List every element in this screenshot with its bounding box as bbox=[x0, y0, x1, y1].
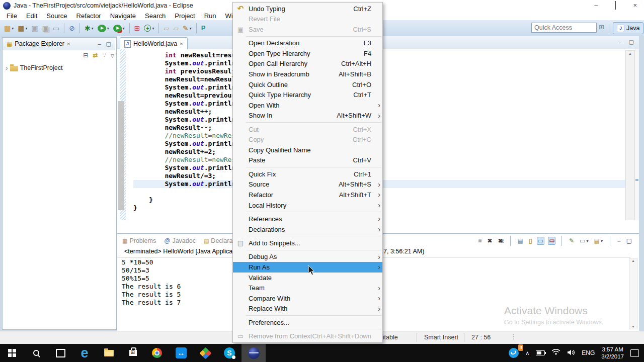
pinwheel-app-button[interactable] bbox=[193, 344, 217, 362]
problems-tab[interactable]: Problems bbox=[122, 237, 156, 244]
context-menu-item-declarations[interactable]: Declarations› bbox=[233, 224, 382, 235]
run-icon[interactable]: ▾ bbox=[96, 24, 111, 33]
minimize-view-icon[interactable]: – bbox=[98, 41, 101, 47]
pin-console-icon[interactable] bbox=[568, 237, 575, 245]
editor-vertical-scrollbar[interactable]: ▲ ▼ bbox=[625, 50, 635, 220]
context-menu-item-quick-fix[interactable]: Quick FixCtrl+1 bbox=[233, 169, 382, 179]
editor-scrollbar-thumb[interactable] bbox=[118, 101, 124, 210]
context-menu-item-debug-as[interactable]: Debug As› bbox=[233, 252, 382, 262]
context-menu-item-source[interactable]: SourceAlt+Shift+S› bbox=[233, 179, 382, 190]
file-explorer-button[interactable] bbox=[97, 344, 121, 362]
menu-item-run[interactable]: Run bbox=[200, 12, 221, 20]
mark-occurrences-icon[interactable] bbox=[67, 23, 76, 33]
link-with-editor-icon[interactable] bbox=[93, 52, 98, 59]
javadoc-tab[interactable]: Javadoc bbox=[164, 237, 196, 244]
dropdown-arrow-icon[interactable]: ▾ bbox=[107, 26, 109, 31]
plugin-icon[interactable] bbox=[200, 23, 207, 33]
menu-item-edit[interactable]: Edit bbox=[22, 12, 42, 20]
start-button[interactable] bbox=[0, 344, 24, 362]
console-maximize-icon[interactable] bbox=[625, 237, 633, 245]
console-output[interactable]: 5 *10=5050/15=350%15=5The result is 6The… bbox=[122, 258, 181, 307]
run-last-icon[interactable]: ▾ bbox=[112, 24, 126, 33]
skype-button[interactable] bbox=[217, 344, 242, 362]
context-menu-item-quick-outline[interactable]: Quick OutlineCtrl+O bbox=[233, 79, 382, 90]
terminate-icon[interactable] bbox=[477, 237, 482, 245]
close-tab-icon[interactable]: × bbox=[180, 41, 183, 47]
search-folder-icon[interactable] bbox=[172, 23, 180, 33]
context-menu-item-replace-with[interactable]: Replace With› bbox=[233, 303, 382, 314]
save-icon[interactable] bbox=[30, 23, 40, 33]
language-indicator[interactable]: ENG bbox=[582, 349, 595, 356]
context-menu-item-show-in-breadcrumb[interactable]: Show in BreadcrumbAlt+Shift+B bbox=[233, 69, 382, 79]
close-window-icon[interactable]: × bbox=[633, 0, 637, 11]
context-menu-item-references[interactable]: References› bbox=[233, 214, 382, 224]
scroll-up-icon[interactable]: ▲ bbox=[626, 52, 634, 55]
open-console-icon[interactable]: ▾ bbox=[593, 237, 604, 245]
view-menu-icon[interactable] bbox=[111, 52, 114, 59]
edge-button[interactable] bbox=[72, 344, 97, 362]
new-task-icon[interactable]: ▾ bbox=[142, 24, 155, 33]
menu-item-refactor[interactable]: Refactor bbox=[72, 12, 106, 20]
scroll-down-icon[interactable]: ▼ bbox=[629, 325, 637, 328]
clear-console-icon[interactable] bbox=[517, 237, 524, 245]
context-menu-item-team[interactable]: Team› bbox=[233, 283, 382, 293]
tray-chevron-icon[interactable]: ∧ bbox=[525, 350, 529, 356]
teamviewer-button[interactable] bbox=[169, 344, 193, 362]
wifi-icon[interactable] bbox=[551, 349, 560, 357]
dropdown-arrow-icon[interactable]: ▾ bbox=[190, 26, 192, 31]
remove-launch-icon[interactable] bbox=[486, 237, 493, 245]
annotate-icon[interactable]: ▾ bbox=[181, 23, 193, 33]
dropdown-arrow-icon[interactable]: ▾ bbox=[123, 26, 125, 31]
new-junit-test-icon[interactable] bbox=[133, 23, 142, 33]
focus-icon[interactable] bbox=[102, 52, 106, 59]
clock[interactable]: 3:57 AM 3/2/2017 bbox=[601, 346, 624, 360]
console-minimize-icon[interactable] bbox=[616, 237, 622, 245]
minimize-editor-icon[interactable]: – bbox=[619, 39, 622, 45]
context-menu-item-open-with[interactable]: Open With› bbox=[233, 100, 382, 111]
dropdown-arrow-icon[interactable]: ▾ bbox=[25, 26, 27, 31]
maximize-view-icon[interactable]: ▢ bbox=[106, 41, 111, 47]
context-menu-item-compare-with[interactable]: Compare With› bbox=[233, 293, 382, 304]
remove-all-launches-icon[interactable] bbox=[497, 237, 504, 245]
context-menu-item-refactor[interactable]: RefactorAlt+Shift+T› bbox=[233, 190, 382, 200]
tree-item-project[interactable]: TheFirstProject bbox=[20, 64, 63, 71]
context-menu-item-open-call-hierarchy[interactable]: Open Call HierarchyCtrl+Alt+H bbox=[233, 59, 382, 69]
menu-item-search[interactable]: Search bbox=[140, 12, 170, 20]
menu-item-navigate[interactable]: Navigate bbox=[106, 12, 140, 20]
eclipse-button[interactable] bbox=[242, 344, 266, 362]
search-button[interactable] bbox=[24, 344, 48, 362]
volume-icon[interactable] bbox=[567, 349, 575, 357]
task-view-button[interactable] bbox=[48, 344, 72, 362]
status-more-icon[interactable]: ⋮ bbox=[510, 333, 517, 340]
context-menu-item-local-history[interactable]: Local History› bbox=[233, 200, 382, 211]
quick-access-input[interactable] bbox=[531, 23, 597, 33]
open-type-icon[interactable] bbox=[162, 23, 171, 33]
tab-helloworld-java[interactable]: J HelloWorld.java × bbox=[120, 37, 188, 50]
context-menu-item-undo-typing[interactable]: Undo TypingCtrl+Z bbox=[233, 4, 382, 14]
print-icon[interactable] bbox=[51, 23, 61, 33]
dropdown-arrow-icon[interactable]: ▾ bbox=[12, 26, 14, 31]
expand-arrow-icon[interactable]: › bbox=[6, 64, 8, 72]
display-console-icon[interactable]: ▾ bbox=[579, 237, 589, 245]
show-on-stdout-icon[interactable] bbox=[537, 237, 544, 245]
console-vertical-scrollbar[interactable]: ▲ ▼ bbox=[629, 258, 637, 329]
context-menu-item-show-in[interactable]: Show InAlt+Shift+W› bbox=[233, 111, 382, 121]
scroll-lock-icon[interactable] bbox=[528, 237, 533, 245]
collapse-all-icon[interactable] bbox=[83, 52, 88, 59]
restore-window-icon[interactable] bbox=[615, 0, 616, 11]
context-menu-item-quick-type-hierarchy[interactable]: Quick Type HierarchyCtrl+T bbox=[233, 89, 382, 100]
save-all-icon[interactable] bbox=[41, 23, 50, 33]
debug-icon[interactable]: ▾ bbox=[83, 23, 95, 33]
maximize-editor-icon[interactable]: ▢ bbox=[629, 39, 634, 45]
dropdown-arrow-icon[interactable]: ▾ bbox=[601, 239, 603, 243]
context-menu-item-paste[interactable]: PasteCtrl+V bbox=[233, 155, 382, 166]
dropdown-arrow-icon[interactable]: ▾ bbox=[587, 239, 589, 243]
battery-icon[interactable] bbox=[536, 350, 545, 355]
new-wizard-icon[interactable]: ▾ bbox=[3, 23, 15, 33]
context-menu-item-add-to-snippets[interactable]: Add to Snippets... bbox=[233, 238, 382, 248]
scroll-up-icon[interactable]: ▲ bbox=[629, 259, 637, 262]
minimize-window-icon[interactable]: – bbox=[594, 0, 598, 11]
context-menu-item-open-type-hierarchy[interactable]: Open Type HierarchyF4 bbox=[233, 48, 382, 59]
menu-item-project[interactable]: Project bbox=[170, 12, 199, 20]
tab-package-explorer[interactable]: ▦ Package Explorer × bbox=[3, 38, 74, 50]
